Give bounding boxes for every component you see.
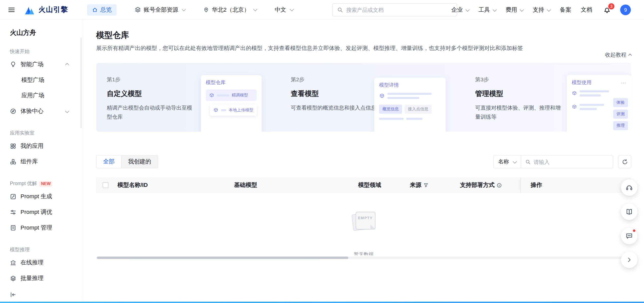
- sidebar-item-model-plaza[interactable]: 模型广场: [0, 72, 83, 88]
- collapse-sidebar-icon[interactable]: [10, 291, 16, 298]
- scrollbar-thumb[interactable]: [97, 257, 349, 259]
- nav-tools[interactable]: 工具: [479, 6, 496, 13]
- top-bar-right: 企业 工具 费用 支持 备案 文档 3 9: [451, 0, 631, 20]
- horizontal-scrollbar: [96, 256, 631, 259]
- chevron-down-icon: [290, 7, 294, 11]
- chevron-down-icon: [520, 7, 524, 11]
- sidebar-item-component-library[interactable]: 组件库: [0, 154, 83, 170]
- nav-billing[interactable]: 费用: [506, 6, 523, 13]
- compass-icon: [10, 108, 16, 115]
- bottom-accent-line: [0, 302, 644, 303]
- chip-evaluate: 评测: [613, 110, 628, 119]
- column-base-model: 基础模型: [234, 177, 358, 193]
- layers-icon: [10, 275, 16, 282]
- nav-enterprise[interactable]: 企业: [451, 6, 469, 13]
- cube-icon: [213, 107, 219, 113]
- list-search-input[interactable]: [534, 159, 609, 165]
- tutorial-banner: 第1步 自定义模型 精调产出模型会自动或手动导出至模型仓库 模型仓库 精调模型: [96, 63, 631, 132]
- select-all-checkbox[interactable]: [103, 182, 108, 188]
- model-table: 模型名称/ID 基础模型 模型领域 来源 支持部署方式 操作: [96, 177, 631, 259]
- refresh-button[interactable]: [618, 155, 631, 168]
- global-search[interactable]: [332, 3, 457, 16]
- sidebar-item-prompt-tune[interactable]: Prompt 调优: [0, 205, 83, 220]
- sidebar-item-online-inference[interactable]: 在线推理: [0, 255, 83, 271]
- search-combo: 名称: [493, 155, 613, 168]
- page-header: 模型仓库 展示所有精调产出的模型，您可以在此处有效地管理精调产出的模型，支持查看…: [96, 30, 631, 52]
- expand-panel-button[interactable]: [621, 252, 637, 268]
- table-body: EMPTY 暂无数据: [96, 193, 631, 255]
- docs-book-button[interactable]: [621, 204, 637, 220]
- sidebar-item-ai-plaza[interactable]: 智能广场: [0, 57, 83, 72]
- column-actions: 操作: [520, 177, 631, 193]
- app-viewport: 火山引擎 总览 账号全部资源 华北2（北京） 中文: [0, 0, 644, 303]
- sidebar-item-batch-inference[interactable]: 批量推理: [0, 270, 83, 286]
- chevron-down-icon: [65, 109, 69, 113]
- info-icon[interactable]: [496, 183, 502, 188]
- region-dropdown[interactable]: 华北2（北京）: [203, 6, 257, 13]
- sidebar-scrollbar[interactable]: [81, 38, 82, 128]
- feedback-chat-button[interactable]: [621, 228, 637, 244]
- page-title: 模型仓库: [96, 30, 631, 41]
- search-icon: [337, 7, 343, 13]
- chip-overview-info: 概览信息: [379, 105, 402, 114]
- tutorial-step-3: 第3步 管理模型 可直接对模型体验、评测、推理和增量训练等: [475, 76, 563, 122]
- magic-pen-icon: [10, 193, 16, 200]
- chevron-up-icon: [65, 63, 69, 67]
- page-description: 展示所有精调产出的模型，您可以在此处有效地管理精调产出的模型，支持查看模型信息并…: [96, 45, 556, 52]
- sidebar-item-prompt-manage[interactable]: Prompt 管理: [0, 220, 83, 236]
- tab-all[interactable]: 全部: [97, 156, 121, 168]
- collapse-tutorial-button[interactable]: 收起教程: [605, 51, 631, 59]
- filter-funnel-icon[interactable]: [423, 183, 428, 188]
- chevron-down-icon: [493, 7, 497, 11]
- overview-button[interactable]: 总览: [87, 4, 117, 15]
- bulb-icon: [10, 61, 16, 68]
- tab-created-by-me[interactable]: 我创建的: [121, 156, 158, 168]
- sort-field-select[interactable]: 名称: [494, 156, 521, 168]
- user-avatar[interactable]: 9: [620, 5, 631, 15]
- volcengine-logo[interactable]: 火山引擎: [25, 5, 68, 14]
- search-icon: [525, 159, 531, 164]
- resources-icon: [135, 7, 141, 13]
- nav-docs[interactable]: 文档: [581, 6, 592, 13]
- cube-icon: [379, 93, 385, 99]
- new-badge: NEW: [39, 181, 52, 187]
- account-scope-dropdown[interactable]: 账号全部资源: [135, 6, 185, 13]
- mini-row-finetuned-model: 精调模型: [206, 89, 257, 101]
- language-dropdown[interactable]: 中文: [275, 6, 293, 13]
- tutorial-card-model-use: 模型使用 ⋯ 体验 评测 推: [567, 75, 631, 132]
- chevron-down-icon: [547, 7, 551, 11]
- mini-row-local-upload-model: 本地上传模型: [210, 104, 257, 116]
- chevron-up-icon: [628, 54, 632, 57]
- cube-icon: [572, 104, 577, 110]
- support-headset-button[interactable]: [621, 179, 637, 196]
- column-model-domain: 模型领域: [358, 177, 410, 193]
- mini-row-detail: [379, 93, 441, 99]
- sidebar: 火山方舟 快速开始 智能广场 模型广场 应用广场 体验中心 应用实验室 我的应用: [0, 20, 83, 303]
- sidebar-item-experience-center[interactable]: 体验中心: [0, 104, 83, 119]
- location-pin-icon: [203, 7, 209, 13]
- tab-group: 全部 我创建的: [96, 155, 158, 168]
- feedback-unread-dot: [632, 229, 636, 232]
- apps-grid-icon: [10, 143, 16, 149]
- sidebar-product-title: 火山方舟: [0, 29, 83, 37]
- more-icon: ⋯: [621, 80, 626, 86]
- tutorial-step-2: 第2步 查看模型 可查看模型的概览信息和接入点信息: [291, 76, 379, 113]
- sidebar-item-prompt-generate[interactable]: Prompt 生成: [0, 189, 83, 205]
- components-icon: [10, 158, 16, 165]
- empty-text: 暂无数据: [350, 251, 377, 255]
- nav-support[interactable]: 支持: [533, 6, 550, 13]
- hamburger-menu-icon[interactable]: [7, 5, 16, 15]
- tutorial-card-model-repo: 模型仓库 精调模型 本地上传模型: [201, 75, 262, 132]
- global-search-input[interactable]: [346, 7, 452, 13]
- sidebar-group-app-lab: 应用实验室: [0, 130, 83, 137]
- nav-icp[interactable]: 备案: [560, 6, 571, 13]
- sidebar-item-my-apps[interactable]: 我的应用: [0, 138, 83, 154]
- list-search: [521, 156, 613, 168]
- chevron-down-icon: [466, 7, 470, 11]
- logo-mountain-icon: [25, 5, 35, 14]
- column-deploy-mode: 支持部署方式: [460, 177, 520, 193]
- notification-bell-icon[interactable]: 3: [603, 6, 611, 13]
- sidebar-item-app-plaza[interactable]: 应用广场: [0, 88, 83, 104]
- logo-text: 火山引擎: [39, 5, 68, 14]
- empty-illustration: EMPTY: [350, 210, 377, 232]
